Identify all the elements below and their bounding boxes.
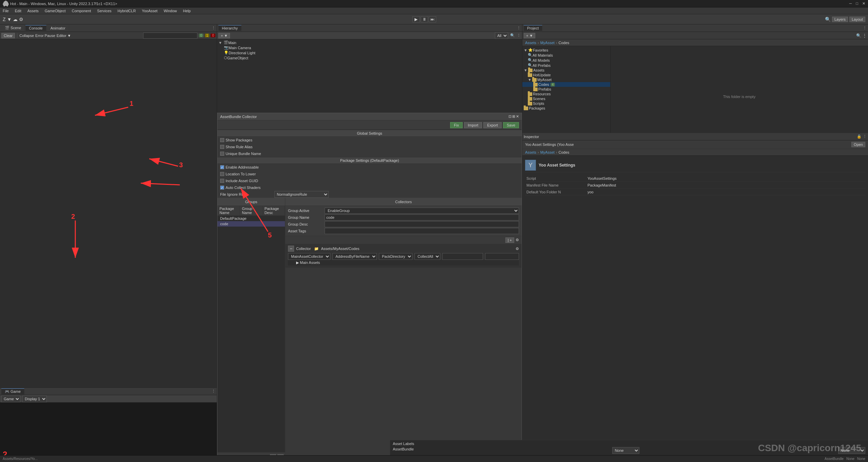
hotupdate-folder[interactable]: HotUpdate [522,73,610,77]
hierarchy-options[interactable]: ⋮ [517,26,521,30]
tab-scene[interactable]: 🎬 Scene [1,25,25,31]
error-pause-label[interactable]: Error Pause [35,34,55,38]
codes-folder[interactable]: Codes 4 [522,82,610,87]
hierarchy-add-button[interactable]: + ▼ [218,33,230,38]
unique-bundle-name-checkbox[interactable] [220,152,224,156]
clear-button[interactable]: Clear [1,33,15,38]
filter-rule-select[interactable]: CollectAll [414,253,440,260]
fix-button[interactable]: Fix [450,122,463,128]
menu-services[interactable]: Services [96,9,113,13]
game-panel-options[interactable]: ⋮ [212,389,215,393]
group-code[interactable]: code [217,221,285,227]
save-button[interactable]: Save [503,122,519,128]
display-dropdown[interactable]: Display 1 [22,396,47,402]
menu-hybridclr[interactable]: HybridCLR [116,9,137,13]
menu-component[interactable]: Component [70,9,92,13]
tab-hierarchy[interactable]: Hierarchy [218,25,242,31]
asset-tags-input[interactable] [325,228,519,234]
assets-folder[interactable]: ▼ Assets [522,68,610,73]
favorites-folder[interactable]: ▼ ⭐ Favorites [522,47,610,53]
window-expand-icon[interactable]: ⊡ [508,114,512,119]
location-to-lower-checkbox[interactable] [220,172,224,176]
assetbundle-select-2[interactable]: None [838,447,865,454]
hierarchy-item-camera[interactable]: 📷 Main Camera [217,45,522,50]
panel-options-icon[interactable]: ⋮ [212,26,215,30]
hierarchy-item-gameobject[interactable]: ⬡ GameObject [217,55,522,60]
show-rule-alias-checkbox[interactable] [220,145,224,149]
game-dropdown[interactable]: Game [1,396,20,402]
pack-rule-select[interactable]: PackDirectory [379,253,412,260]
tab-animator[interactable]: Animator [47,25,69,31]
add-collector-button[interactable]: | + [505,237,514,243]
breadcrumb-myasset[interactable]: MyAsset [540,41,555,45]
address-rule-select[interactable]: AddressByFileName [332,253,377,260]
hierarchy-item-main[interactable]: ▼ 🎬 Main [217,40,522,45]
hierarchy-item-light[interactable]: 💡 Directional Light [217,50,522,55]
step-button[interactable]: ⏭ [429,16,436,22]
main-assets-expand[interactable]: ▶ Main Assets [288,260,519,266]
collab-icon[interactable]: 🔍 [825,17,831,22]
packages-folder[interactable]: Packages [522,106,610,111]
inspector-crumb-assets[interactable]: Assets [525,150,536,154]
myasset-folder[interactable]: ▼ MyAsset [522,77,610,82]
asset-tags-collector-input[interactable]: Asset Tags [485,253,519,260]
group-default-package[interactable]: DefaultPackage [217,216,285,221]
console-search-input[interactable] [143,33,197,39]
pause-button[interactable]: ⏸ [421,16,428,22]
collapse-label[interactable]: Collapse [19,34,34,38]
cloud-icon[interactable]: ☁ [13,17,18,22]
menu-file[interactable]: File [1,9,10,13]
group-name-input[interactable]: code [325,214,519,220]
layers-button[interactable]: Layers [832,17,848,22]
user-data-input[interactable]: User Data [442,253,483,260]
scripts-folder[interactable]: Scripts [522,101,610,106]
menu-assets[interactable]: Assets [26,9,40,13]
minimize-btn[interactable]: ─ [849,1,852,6]
assetbundle-select[interactable]: None [612,447,639,454]
menu-help[interactable]: Help [182,9,192,13]
menu-gameobject[interactable]: GameObject [43,9,67,13]
scenes-folder[interactable]: Scenes [522,96,610,101]
menu-window[interactable]: Window [162,9,178,13]
maximize-btn[interactable]: □ [856,1,858,6]
project-search-icon[interactable]: 🔍 [856,33,861,38]
all-materials-item[interactable]: 🔍 All Materials [522,53,610,58]
include-asset-guid-checkbox[interactable] [220,179,224,183]
group-active-select[interactable]: EnableGroup [325,208,519,214]
project-options-icon2[interactable]: ⋮ [863,33,867,38]
settings-icon[interactable]: ⚙ [19,17,23,22]
open-button[interactable]: Open [851,142,865,147]
hierarchy-options-icon[interactable]: ⋮ [517,33,521,38]
menu-edit[interactable]: Edit [14,9,23,13]
resources-folder[interactable]: Resources [522,92,610,96]
hierarchy-search-icon[interactable]: 🔍 [510,33,515,38]
import-button[interactable]: Import [464,122,482,128]
hierarchy-scene-select[interactable]: All [495,32,508,39]
all-prefabs-item[interactable]: 🔍 All Prefabs [522,63,610,68]
inspector-crumb-myasset[interactable]: MyAsset [540,150,555,154]
menu-yooasset[interactable]: YooAsset [140,9,159,13]
file-ignore-rule-select[interactable]: NormalIgnoreRule [274,191,329,198]
collector-type-select[interactable]: MainAssetCollector [288,253,330,260]
inspector-more-icon[interactable]: ⋮ [863,134,867,139]
collector-gear-icon[interactable]: ⚙ [516,247,519,251]
export-button[interactable]: Export [483,122,502,128]
play-button[interactable]: ▶ [412,16,420,22]
tab-game[interactable]: 🎮 Game [1,388,24,394]
auto-collect-shaders-checkbox[interactable] [220,186,224,190]
breadcrumb-assets[interactable]: Assets [525,41,536,45]
all-models-item[interactable]: 🔍 All Models [522,58,610,63]
project-options-icon[interactable]: ⋮ [863,26,867,30]
tab-project[interactable]: Project [524,25,542,31]
editor-dropdown[interactable]: Editor ▼ [57,34,71,38]
show-packages-checkbox[interactable] [220,138,224,142]
group-desc-input[interactable] [325,221,519,227]
enable-addressable-checkbox[interactable] [220,165,224,169]
layout-button[interactable]: Layout [849,17,865,22]
window-popout-icon[interactable]: ⊞ [512,114,515,119]
collector-settings-icon[interactable]: ⚙ [516,238,519,242]
lock-icon[interactable]: 🔒 [857,134,862,139]
close-btn[interactable]: ✕ [862,1,865,6]
prefabs-folder[interactable]: Prefabs [522,87,610,92]
collapse-collector-button[interactable]: − [288,246,294,252]
